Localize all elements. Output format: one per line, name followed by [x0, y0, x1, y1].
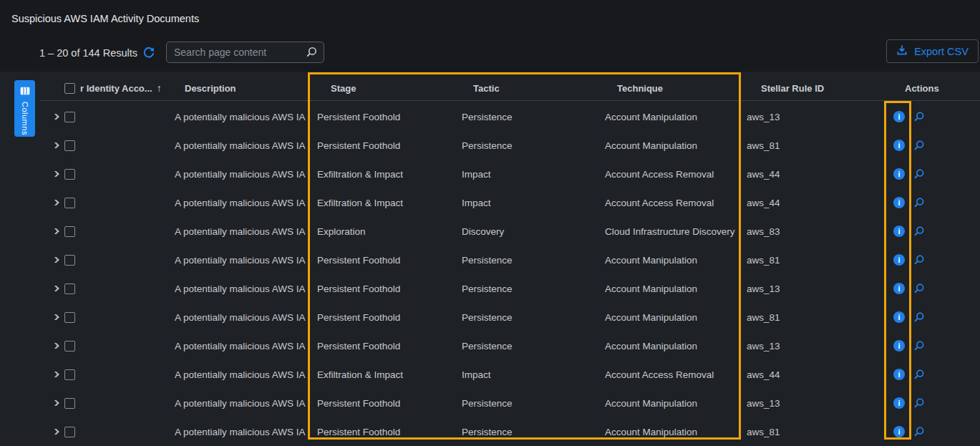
technique-cell: Account Manipulation: [596, 112, 739, 122]
magnifier-icon[interactable]: [913, 168, 925, 180]
info-icon[interactable]: i: [893, 111, 905, 122]
sort-ascending-arrow[interactable]: ↑: [157, 82, 162, 94]
info-icon[interactable]: i: [893, 369, 905, 380]
checkbox-cell: [63, 226, 80, 237]
header-description[interactable]: Description: [172, 83, 310, 94]
info-icon[interactable]: i: [893, 197, 905, 208]
technique-cell: Account Access Removal: [596, 169, 739, 180]
magnifier-icon[interactable]: [913, 311, 925, 324]
row-checkbox[interactable]: [64, 312, 75, 323]
magnifier-icon[interactable]: [913, 369, 925, 381]
checkbox-cell: [63, 255, 80, 266]
expand-cell: [47, 228, 63, 234]
export-csv-label: Export CSV: [914, 46, 969, 57]
download-icon: [896, 44, 908, 59]
info-icon[interactable]: i: [893, 168, 905, 180]
info-icon[interactable]: i: [893, 140, 905, 151]
info-icon[interactable]: i: [893, 426, 905, 437]
checkbox-cell: [63, 112, 80, 122]
stage-cell: Exfiltration & Impact: [310, 369, 453, 380]
actions-cell: i: [883, 254, 980, 266]
table-row: A potentially malicious AWS IA Persisten…: [0, 246, 980, 274]
chevron-right-icon[interactable]: [51, 200, 59, 205]
checkbox-cell: [63, 169, 80, 180]
magnifier-icon[interactable]: [913, 140, 925, 152]
magnifier-icon[interactable]: [913, 340, 925, 352]
row-checkbox[interactable]: [64, 369, 75, 380]
stellar-rule-id-cell: aws_44: [739, 198, 883, 208]
info-icon[interactable]: i: [893, 226, 905, 237]
row-checkbox[interactable]: [64, 398, 75, 409]
row-checkbox[interactable]: [64, 140, 75, 151]
header-tactic[interactable]: Tactic: [453, 83, 596, 94]
actions-cell: i: [883, 140, 980, 152]
checkbox-cell: [63, 312, 80, 323]
description-cell: A potentially malicious AWS IA: [172, 255, 310, 266]
chevron-right-icon[interactable]: [51, 171, 59, 177]
chevron-right-icon[interactable]: [51, 142, 59, 148]
tactic-cell: Persistence: [453, 140, 596, 151]
info-icon[interactable]: i: [893, 397, 905, 409]
chevron-right-icon[interactable]: [51, 114, 59, 120]
chevron-right-icon[interactable]: [51, 286, 59, 291]
description-cell: A potentially malicious AWS IA: [172, 369, 310, 380]
chevron-right-icon[interactable]: [51, 228, 59, 234]
chevron-right-icon[interactable]: [51, 429, 59, 435]
row-checkbox[interactable]: [64, 198, 75, 208]
row-checkbox[interactable]: [64, 283, 75, 294]
expand-cell: [47, 257, 63, 263]
actions-cell: i: [883, 111, 980, 123]
table-body: A potentially malicious AWS IA Persisten…: [0, 102, 980, 446]
row-checkbox[interactable]: [64, 226, 75, 237]
magnifier-icon[interactable]: [913, 111, 925, 123]
magnifier-icon[interactable]: [913, 254, 925, 266]
header-identity-account[interactable]: r Identity Acco... ↑: [80, 82, 172, 94]
header-stage[interactable]: Stage: [310, 83, 453, 94]
checkbox-cell: [63, 140, 80, 151]
chevron-right-icon[interactable]: [51, 372, 59, 377]
refresh-icon[interactable]: [142, 45, 156, 59]
info-icon[interactable]: i: [893, 283, 905, 294]
tactic-cell: Impact: [453, 169, 596, 180]
actions-cell: i: [883, 397, 980, 409]
description-cell: A potentially malicious AWS IA: [172, 226, 310, 237]
actions-cell: i: [883, 340, 980, 352]
description-cell: A potentially malicious AWS IA: [172, 312, 310, 323]
checkbox-cell: [63, 398, 80, 409]
tactic-cell: Persistence: [453, 255, 596, 266]
info-icon[interactable]: i: [893, 340, 905, 352]
table-header-row: r Identity Acco... ↑ Description Stage T…: [0, 76, 980, 100]
row-checkbox[interactable]: [64, 255, 75, 266]
tactic-cell: Persistence: [453, 283, 596, 294]
identity-account-header-label: r Identity Acco...: [80, 83, 152, 94]
checkbox-cell: [63, 341, 80, 352]
actions-cell: i: [883, 369, 980, 381]
row-checkbox[interactable]: [64, 112, 75, 122]
table-row: A potentially malicious AWS IA Persisten…: [0, 274, 980, 303]
table-row: A potentially malicious AWS IA Persisten…: [0, 389, 980, 417]
row-checkbox[interactable]: [64, 427, 75, 437]
description-cell: A potentially malicious AWS IA: [172, 398, 310, 409]
chevron-right-icon[interactable]: [51, 257, 59, 263]
magnifier-icon[interactable]: [913, 426, 925, 438]
info-icon[interactable]: i: [893, 311, 905, 323]
magnifier-icon[interactable]: [913, 397, 925, 409]
expand-cell: [47, 286, 63, 291]
stellar-rule-id-cell: aws_81: [739, 140, 883, 151]
select-all-checkbox[interactable]: [64, 83, 75, 94]
magnifier-icon[interactable]: [913, 226, 925, 238]
header-stellar-rule-id[interactable]: Stellar Rule ID: [739, 83, 883, 94]
chevron-right-icon[interactable]: [51, 314, 59, 320]
stellar-rule-id-cell: aws_13: [739, 112, 883, 122]
row-checkbox[interactable]: [64, 169, 75, 180]
chevron-right-icon[interactable]: [51, 400, 59, 406]
search-input[interactable]: [166, 42, 324, 63]
export-csv-button[interactable]: Export CSV: [886, 39, 979, 63]
magnifier-icon[interactable]: [913, 283, 925, 295]
stellar-rule-id-cell: aws_13: [739, 341, 883, 352]
chevron-right-icon[interactable]: [51, 343, 59, 349]
magnifier-icon[interactable]: [913, 197, 925, 209]
info-icon[interactable]: i: [893, 254, 905, 266]
row-checkbox[interactable]: [64, 341, 75, 352]
header-technique[interactable]: Technique: [596, 83, 739, 94]
